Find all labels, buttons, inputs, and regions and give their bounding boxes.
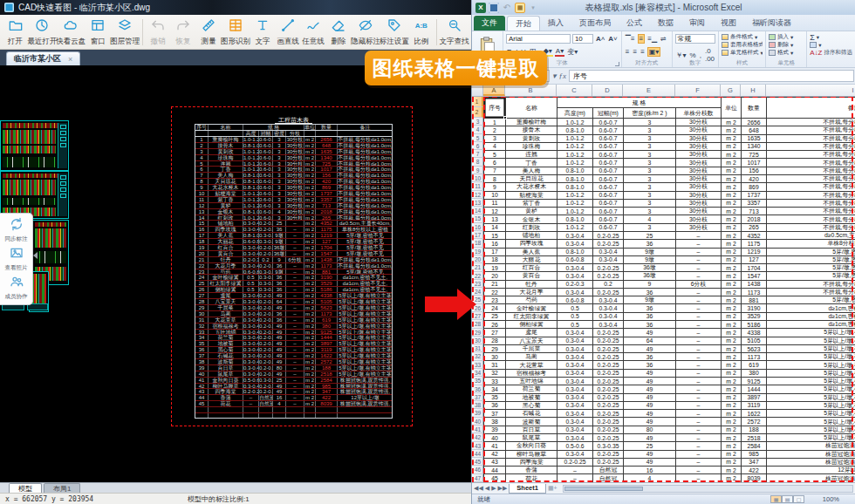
- cell[interactable]: 自然冠: [593, 474, 624, 482]
- cell[interactable]: 不拼栽,每分枝d≥1.0cm,: [767, 215, 855, 223]
- page-break-view-icon[interactable]: ▢: [793, 495, 804, 503]
- cell[interactable]: –: [676, 434, 722, 442]
- cell[interactable]: 2518: [742, 434, 767, 442]
- column-header-B[interactable]: B: [505, 85, 557, 96]
- phonetic-icon[interactable]: 变▾: [566, 47, 578, 57]
- cell[interactable]: 0.6-0.7: [593, 143, 624, 151]
- cell[interactable]: 37: [484, 410, 506, 418]
- row-header-40[interactable]: 40: [472, 418, 483, 426]
- row-header-2[interactable]: 2: [472, 107, 483, 118]
- cell[interactable]: 柳叶马鞭草: [506, 451, 557, 459]
- fill-handle[interactable]: [503, 116, 507, 119]
- cell[interactable]: 不拼栽,每分枝d≥1.0cm,: [767, 289, 855, 296]
- cell[interactable]: 9墩: [624, 296, 676, 304]
- cell[interactable]: 0.2-0.25: [593, 394, 624, 402]
- cell[interactable]: 27: [484, 329, 506, 337]
- row-header-33[interactable]: 33: [472, 361, 483, 369]
- row-header-18[interactable]: 18: [472, 239, 483, 247]
- cell[interactable]: 0.6-0.7: [593, 119, 624, 126]
- cell[interactable]: 不拼栽,每分枝d≥1.0cm,: [767, 200, 855, 208]
- cell[interactable]: –: [676, 442, 722, 450]
- cell[interactable]: 30分枝: [676, 192, 722, 200]
- cell[interactable]: 5芽以上/墩,有独立主茎: [767, 345, 855, 353]
- column-header-H[interactable]: H: [741, 85, 766, 96]
- cell[interactable]: 5186: [742, 321, 767, 329]
- cell[interactable]: 0.3-0.4: [557, 289, 593, 296]
- cell[interactable]: m 2: [722, 135, 742, 143]
- currency-icon[interactable]: ￥▾: [675, 51, 687, 60]
- cell[interactable]: 36墩: [624, 272, 676, 280]
- cell[interactable]: 0.2-0.25: [593, 385, 624, 393]
- align-right-icon[interactable]: ≡: [640, 48, 646, 56]
- delete-cells-button[interactable]: 删除▾: [769, 41, 804, 49]
- side-panel-item-team[interactable]: 成员协作: [5, 275, 28, 301]
- cell[interactable]: m 2: [722, 192, 742, 200]
- cell[interactable]: 四季玫瑰: [506, 240, 557, 248]
- row-header-44[interactable]: 44: [472, 450, 483, 458]
- cell[interactable]: 3: [624, 159, 676, 167]
- cell[interactable]: 0.2-0.25: [557, 459, 593, 467]
- cell[interactable]: 18: [484, 256, 506, 264]
- row-header-47[interactable]: 47: [472, 474, 483, 482]
- cell[interactable]: 38: [484, 418, 506, 426]
- cell[interactable]: –: [676, 459, 722, 467]
- format-as-table-button[interactable]: 套用表格格式▾: [722, 41, 763, 49]
- cell[interactable]: 0.6-0.7: [593, 183, 624, 191]
- cell[interactable]: 不拼栽,每分枝d≥1.0cm,: [767, 175, 855, 183]
- cell[interactable]: 0.2-0.25: [593, 240, 624, 248]
- cell[interactable]: 1.0-1.2: [557, 135, 593, 143]
- cell[interactable]: 0.2-0.25: [593, 410, 624, 418]
- cell[interactable]: –: [676, 385, 722, 393]
- cell[interactable]: 1173: [742, 353, 767, 361]
- column-header-D[interactable]: D: [592, 85, 623, 96]
- cell[interactable]: 9墩: [624, 249, 676, 256]
- cell[interactable]: 1: [484, 119, 506, 126]
- cell[interactable]: 地被菊: [506, 394, 557, 402]
- cell[interactable]: 12芽以上/墩: [767, 467, 855, 474]
- column-header-I[interactable]: I: [766, 85, 855, 96]
- cell[interactable]: m 2: [722, 426, 742, 434]
- ribbon-tab-1[interactable]: 开始: [507, 16, 540, 31]
- cell[interactable]: m 2: [722, 159, 742, 167]
- cell[interactable]: 0.2-0.25: [593, 434, 624, 442]
- cell[interactable]: –: [676, 249, 722, 256]
- cell[interactable]: m 2: [722, 353, 742, 361]
- toolbar-button-folder[interactable]: 打开: [3, 17, 28, 49]
- cell[interactable]: 0.2-0.25: [593, 289, 624, 296]
- cell[interactable]: 5芽/墩,密植不见: [767, 272, 855, 280]
- cell[interactable]: –: [676, 329, 722, 337]
- dialog-launcher-icon[interactable]: [615, 62, 619, 66]
- cell[interactable]: 5芽/墩,密植不见: [767, 296, 855, 304]
- cell[interactable]: 0.3-0.4: [557, 232, 593, 240]
- cell[interactable]: m 2: [722, 459, 742, 467]
- row-header-21[interactable]: 21: [472, 263, 483, 271]
- cell[interactable]: 百日草: [506, 426, 557, 434]
- cell[interactable]: 4338: [742, 329, 767, 337]
- row-header-43[interactable]: 43: [472, 442, 483, 450]
- cell[interactable]: 7: [484, 167, 506, 175]
- cell[interactable]: d≥1cm,密植不见土,: [767, 321, 855, 329]
- cell[interactable]: 1444: [742, 385, 767, 393]
- cell[interactable]: 0.2-0.25: [593, 353, 624, 361]
- cell[interactable]: 49: [624, 394, 676, 402]
- cell[interactable]: 0.5: [557, 304, 593, 312]
- cad-drawing-canvas[interactable]: 同步标注查看照片成员协作 工程苗木表 序号名称规 格单位数量备注高度冠幅密度分枝…: [0, 65, 471, 482]
- row-header-22[interactable]: 22: [472, 272, 483, 280]
- cell[interactable]: –: [676, 313, 722, 321]
- cell[interactable]: 3357: [742, 200, 767, 208]
- cell[interactable]: 0.3-0.4: [557, 410, 593, 418]
- cell[interactable]: 不拼栽,每分枝d≥1.0cm,: [767, 208, 855, 215]
- cell[interactable]: 0.2-0.25: [593, 264, 624, 272]
- cell[interactable]: 株苗冠饱满,观赏性强,: [767, 459, 855, 467]
- toolbar-button-layers[interactable]: 图层管理: [111, 17, 140, 49]
- cell[interactable]: 1.0-1.2: [557, 151, 593, 159]
- toolbar-button-cloud[interactable]: 快看云盘: [57, 17, 86, 49]
- autosum-button[interactable]: Σ ▾: [810, 33, 852, 41]
- cell[interactable]: m 2: [722, 337, 742, 345]
- cell[interactable]: 0.2-0.3: [557, 281, 593, 289]
- cell[interactable]: –: [676, 232, 722, 240]
- cell[interactable]: 5623: [742, 345, 767, 353]
- cell[interactable]: m 2: [722, 442, 742, 450]
- cell[interactable]: –: [557, 474, 593, 482]
- cell[interactable]: 0.2-0.25: [593, 337, 624, 345]
